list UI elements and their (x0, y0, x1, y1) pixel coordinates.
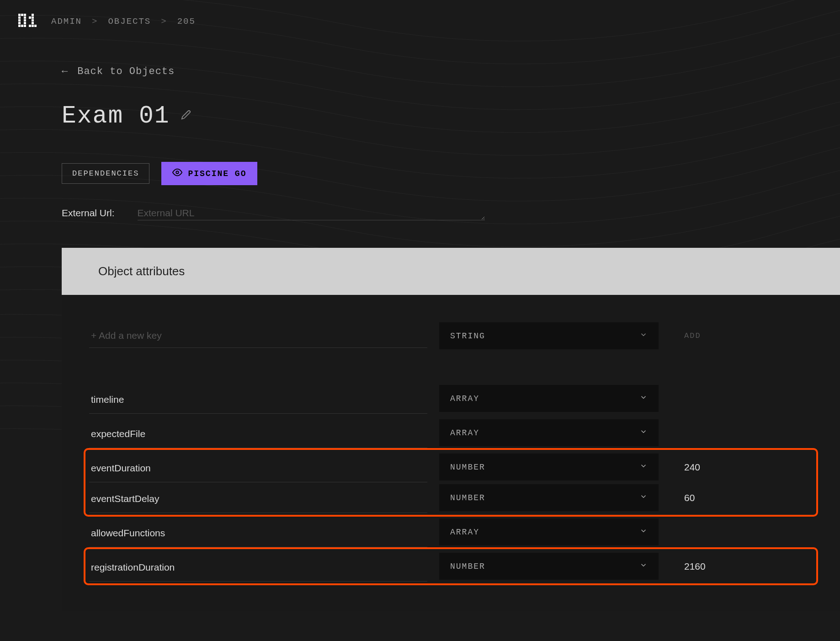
attribute-value[interactable]: 240 (670, 462, 716, 473)
chevron-down-icon (639, 427, 648, 438)
attribute-type-select[interactable]: ARRAY (439, 518, 659, 545)
attribute-type-value: NUMBER (450, 463, 485, 472)
svg-rect-16 (32, 22, 34, 24)
breadcrumb: ADMIN > OBJECTS > 205 (51, 16, 196, 27)
attribute-type-select[interactable]: NUMBER (439, 553, 659, 580)
breadcrumb-sep: > (161, 16, 167, 27)
attributes-panel: STRING ADD timelineARRAYexpectedFileARRA… (62, 295, 840, 611)
attribute-row: eventDurationNUMBER240 (89, 452, 813, 482)
chevron-down-icon (639, 393, 648, 404)
svg-rect-2 (24, 14, 26, 16)
logo-icon (18, 14, 37, 29)
back-link-label: Back to Objects (77, 66, 175, 77)
add-key-type-value: STRING (450, 331, 485, 341)
attribute-row: expectedFileARRAY (89, 417, 813, 448)
piscine-go-label: PISCINE GO (188, 169, 246, 178)
back-link[interactable]: ← Back to Objects (62, 66, 175, 77)
svg-rect-3 (18, 16, 21, 19)
attribute-row-wrap: allowedFunctionsARRAY (89, 515, 813, 549)
svg-point-20 (176, 171, 179, 174)
chevron-down-icon (639, 492, 648, 503)
page-title: Exam 01 (62, 102, 170, 130)
attribute-type-select[interactable]: ARRAY (439, 385, 659, 412)
svg-rect-6 (24, 19, 26, 21)
logo[interactable] (18, 14, 37, 29)
chevron-down-icon (639, 561, 648, 572)
attribute-type-value: ARRAY (450, 528, 479, 537)
svg-rect-17 (29, 25, 31, 27)
breadcrumb-sep: > (92, 16, 98, 27)
attribute-type-value: NUMBER (450, 562, 485, 571)
attribute-key[interactable]: registrationDuration (89, 551, 427, 582)
breadcrumb-id[interactable]: 205 (177, 16, 196, 27)
svg-rect-12 (32, 14, 34, 16)
attribute-key[interactable]: allowedFunctions (89, 517, 427, 547)
external-url-label: External Url: (62, 206, 115, 219)
highlighted-group: eventDurationNUMBER240eventStartDelayNUM… (85, 450, 816, 515)
chevron-down-icon (639, 527, 648, 537)
svg-rect-13 (29, 16, 31, 19)
svg-rect-10 (21, 25, 23, 27)
attribute-row-wrap: expectedFileARRAY (89, 416, 813, 450)
arrow-left-icon: ← (62, 66, 68, 77)
section-header: Object attributes (62, 248, 840, 295)
attribute-type-value: NUMBER (450, 493, 485, 502)
attribute-row: registrationDurationNUMBER2160 (89, 551, 813, 582)
svg-rect-0 (18, 14, 21, 16)
svg-rect-7 (18, 22, 21, 24)
external-url-input[interactable] (138, 206, 485, 220)
highlighted-group: registrationDurationNUMBER2160 (85, 549, 816, 583)
svg-rect-15 (32, 19, 34, 21)
svg-rect-1 (21, 14, 23, 16)
attribute-type-select[interactable]: ARRAY (439, 419, 659, 446)
svg-rect-8 (24, 22, 26, 24)
add-key-type-select[interactable]: STRING (439, 322, 659, 349)
svg-rect-11 (24, 25, 26, 27)
dependencies-button[interactable]: DEPENDENCIES (62, 163, 149, 184)
attribute-row: allowedFunctionsARRAY (89, 517, 813, 547)
pencil-icon[interactable] (181, 110, 191, 123)
attribute-type-select[interactable]: NUMBER (439, 454, 659, 481)
add-button[interactable]: ADD (684, 331, 701, 340)
svg-rect-4 (24, 16, 26, 19)
piscine-go-button[interactable]: PISCINE GO (161, 162, 257, 185)
attribute-row: timelineARRAY (89, 383, 813, 414)
eye-icon (172, 167, 182, 180)
topbar: ADMIN > OBJECTS > 205 (0, 0, 840, 43)
chevron-down-icon (639, 331, 648, 341)
breadcrumb-objects[interactable]: OBJECTS (108, 16, 151, 27)
attribute-row-wrap: timelineARRAY (89, 381, 813, 416)
attribute-value[interactable]: 2160 (670, 561, 716, 572)
attribute-type-value: ARRAY (450, 428, 479, 438)
attribute-list: timelineARRAYexpectedFileARRAYeventDurat… (89, 381, 813, 583)
attribute-key[interactable]: expectedFile (89, 417, 427, 448)
attribute-key[interactable]: eventStartDelay (89, 482, 427, 513)
attribute-key[interactable]: timeline (89, 383, 427, 414)
attribute-value[interactable]: 60 (670, 492, 716, 503)
attribute-type-select[interactable]: NUMBER (439, 484, 659, 511)
attribute-row: eventStartDelayNUMBER60 (89, 482, 813, 513)
svg-rect-9 (18, 25, 21, 27)
svg-rect-18 (32, 25, 34, 27)
chevron-down-icon (639, 462, 648, 472)
attribute-key[interactable]: eventDuration (89, 452, 427, 482)
add-key-input[interactable] (89, 324, 427, 348)
breadcrumb-admin[interactable]: ADMIN (51, 16, 82, 27)
svg-rect-19 (34, 25, 37, 27)
attribute-type-value: ARRAY (450, 394, 479, 403)
svg-rect-5 (18, 19, 21, 21)
svg-rect-14 (32, 16, 34, 19)
